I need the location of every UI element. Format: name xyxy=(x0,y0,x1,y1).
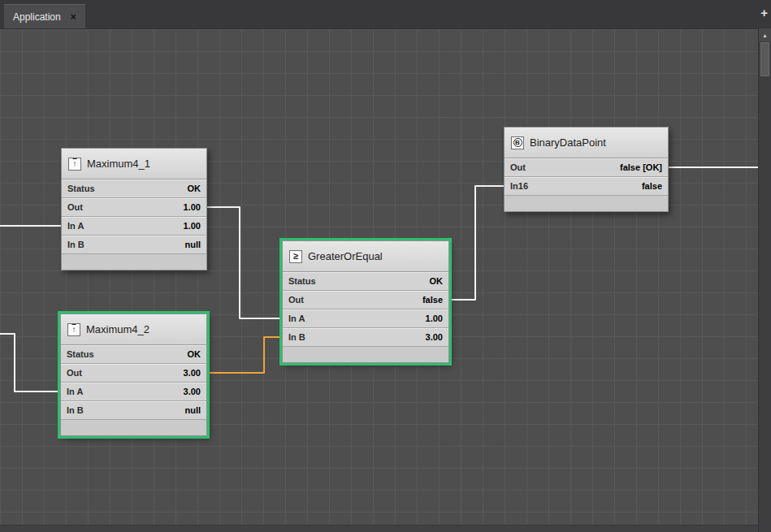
row-value: null xyxy=(184,405,201,415)
wire-maximum4_2-out-to-greaterOrEqual-inB[interactable] xyxy=(208,337,280,373)
row-value: 3.00 xyxy=(184,387,201,396)
up-arrow-icon: ▲ xyxy=(762,32,768,38)
block-footer xyxy=(505,196,668,211)
block-footer xyxy=(283,347,448,362)
wire-maximum4_1-out-to-greaterOrEqual-inA[interactable] xyxy=(207,207,281,318)
scrollbar-thumb[interactable] xyxy=(760,42,769,76)
row-value: 1.00 xyxy=(184,202,201,212)
binary-data-point-icon: B xyxy=(511,136,524,149)
block-row-status[interactable]: Status OK xyxy=(62,179,206,198)
row-label: Out xyxy=(288,295,304,305)
add-tab-button[interactable]: + xyxy=(760,6,768,19)
row-value: OK xyxy=(188,184,201,193)
function-block-maximum4-2[interactable]: ↑ Maximum4_2 Status OK Out 3.00 In A 3.0… xyxy=(60,314,207,436)
row-label: In B xyxy=(67,240,84,249)
block-header[interactable]: B BinaryDataPoint xyxy=(505,128,668,158)
row-label: Status xyxy=(67,349,94,359)
block-row-status[interactable]: Status OK xyxy=(283,272,448,291)
maximum-icon: ↑ xyxy=(67,323,80,336)
block-row-out[interactable]: Out 3.00 xyxy=(61,364,206,383)
row-label: In B xyxy=(67,405,84,415)
block-header[interactable]: ≥ GreaterOrEqual xyxy=(283,241,448,272)
horizontal-scrollbar[interactable] xyxy=(0,525,758,532)
row-value: 1.00 xyxy=(184,221,201,231)
function-block-greater-or-equal[interactable]: ≥ GreaterOrEqual Status OK Out false In … xyxy=(282,240,449,363)
row-value: null xyxy=(184,240,201,249)
block-row-status[interactable]: Status OK xyxy=(61,345,206,364)
row-value: 1.00 xyxy=(426,314,443,323)
block-header[interactable]: ↑ Maximum4_2 xyxy=(61,314,206,345)
scroll-up-button[interactable]: ▲ xyxy=(759,28,771,41)
greater-or-equal-icon: ≥ xyxy=(289,250,302,263)
row-label: Out xyxy=(510,162,526,172)
row-label: In B xyxy=(288,332,305,342)
row-value: false xyxy=(422,295,443,305)
row-value: false [OK] xyxy=(620,162,662,172)
block-row-out[interactable]: Out false [OK] xyxy=(505,158,668,177)
wire-greaterOrEqual-out-to-binaryDataPoint-in16[interactable] xyxy=(450,186,504,300)
wire-input-to-maximum4_2-inA[interactable] xyxy=(0,334,59,391)
tab-close-icon[interactable]: × xyxy=(71,12,76,22)
block-row-in16[interactable]: In16 false xyxy=(505,177,668,196)
block-row-in-a[interactable]: In A 1.00 xyxy=(283,309,448,328)
block-row-in-b[interactable]: In B null xyxy=(62,236,206,254)
block-row-in-a[interactable]: In A 1.00 xyxy=(62,217,206,236)
tab-bar: Application × + xyxy=(0,0,771,28)
function-block-maximum4-1[interactable]: ↑ Maximum4_1 Status OK Out 1.00 In A 1.0… xyxy=(61,148,207,270)
row-label: Status xyxy=(288,276,316,286)
block-row-out[interactable]: Out 1.00 xyxy=(62,198,206,217)
row-label: In16 xyxy=(510,181,528,191)
row-label: In A xyxy=(288,314,305,323)
function-block-binary-data-point[interactable]: B BinaryDataPoint Out false [OK] In16 fa… xyxy=(504,127,669,212)
row-value: 3.00 xyxy=(184,368,201,378)
row-label: In A xyxy=(67,221,84,231)
block-title: BinaryDataPoint xyxy=(530,136,606,149)
row-label: Status xyxy=(67,184,95,193)
block-title: Maximum4_1 xyxy=(87,158,150,170)
row-value: OK xyxy=(430,276,444,286)
row-value: false xyxy=(642,181,662,191)
row-value: 3.00 xyxy=(426,332,443,342)
tab-application[interactable]: Application × xyxy=(4,4,85,28)
row-label: In A xyxy=(67,387,83,396)
block-footer xyxy=(61,420,206,435)
block-row-in-a[interactable]: In A 3.00 xyxy=(61,383,206,401)
wiresheet-canvas[interactable]: ↑ Maximum4_1 Status OK Out 1.00 In A 1.0… xyxy=(0,28,771,532)
block-row-in-b[interactable]: In B 3.00 xyxy=(283,328,448,347)
vertical-scrollbar[interactable]: ▲ xyxy=(758,28,771,532)
block-footer xyxy=(62,254,206,270)
tab-label: Application xyxy=(13,11,61,23)
row-label: Out xyxy=(67,202,83,212)
maximum-icon: ↑ xyxy=(68,158,81,171)
block-title: GreaterOrEqual xyxy=(308,250,383,262)
block-row-out[interactable]: Out false xyxy=(283,291,448,309)
row-label: Out xyxy=(67,368,82,378)
block-header[interactable]: ↑ Maximum4_1 xyxy=(62,149,206,179)
block-title: Maximum4_2 xyxy=(86,323,149,335)
block-row-in-b[interactable]: In B null xyxy=(61,401,206,420)
row-value: OK xyxy=(188,349,201,359)
